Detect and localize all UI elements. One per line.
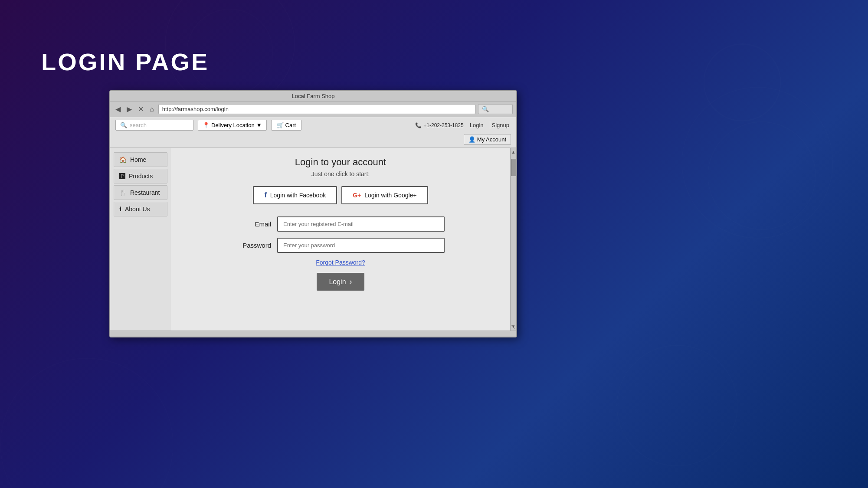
browser-window: Local Farm Shop ◀ ▶ ✕ ⌂ 🔍 search 📍 Deliv… bbox=[109, 90, 517, 337]
browser-titlebar: Local Farm Shop bbox=[110, 91, 516, 102]
email-input[interactable] bbox=[277, 216, 445, 232]
home-icon: 🏠 bbox=[119, 156, 127, 163]
location-icon: 📍 bbox=[203, 122, 210, 128]
password-input[interactable] bbox=[277, 238, 445, 253]
my-account-label: My Account bbox=[477, 136, 506, 143]
delivery-location-label: Delivery Location bbox=[211, 122, 255, 128]
sidebar-item-restaurant[interactable]: 🍴 Restaurant bbox=[114, 185, 167, 200]
browser-bottom-bar: ⋱ bbox=[110, 331, 516, 337]
phone-info: 📞 +1-202-253-1825 bbox=[415, 122, 463, 128]
login-link[interactable]: Login bbox=[468, 121, 485, 129]
account-icon: 👤 bbox=[468, 136, 475, 143]
content-area: 🏠 Home 🅿 Products 🍴 Restaurant ℹ About U… bbox=[110, 148, 516, 331]
google-icon: G+ bbox=[353, 192, 361, 199]
signup-link[interactable]: Signup bbox=[490, 121, 511, 129]
login-submit-label: Login bbox=[329, 278, 346, 286]
sidebar-item-aboutus[interactable]: ℹ About Us bbox=[114, 202, 167, 216]
main-layout: 🏠 Home 🅿 Products 🍴 Restaurant ℹ About U… bbox=[110, 148, 510, 331]
email-form-group: Email bbox=[236, 216, 445, 232]
cart-label: Cart bbox=[285, 122, 296, 128]
search-icon: 🔍 bbox=[120, 122, 127, 128]
sidebar-home-label: Home bbox=[130, 156, 146, 163]
facebook-login-label: Login with Facebook bbox=[270, 192, 326, 199]
sidebar-restaurant-label: Restaurant bbox=[130, 189, 160, 196]
address-bar[interactable] bbox=[158, 104, 475, 114]
navbar-top-row: 🔍 search 📍 Delivery Location ▼ 🛒 Cart 📞 … bbox=[115, 120, 511, 131]
sidebar-aboutus-label: About Us bbox=[125, 206, 150, 213]
phone-icon: 📞 bbox=[415, 122, 422, 128]
cart-icon: 🛒 bbox=[277, 122, 284, 128]
page-title: LOGIN PAGE bbox=[41, 48, 209, 76]
facebook-login-button[interactable]: f Login with Facebook bbox=[253, 186, 337, 204]
login-subheading: Just one click to start: bbox=[311, 170, 370, 177]
products-icon: 🅿 bbox=[119, 173, 125, 180]
password-label: Password bbox=[236, 242, 271, 249]
back-button[interactable]: ◀ bbox=[114, 104, 122, 114]
scrollbar-thumb[interactable] bbox=[511, 159, 516, 176]
facebook-icon: f bbox=[264, 191, 266, 199]
social-login-buttons: f Login with Facebook G+ Login with Goog… bbox=[253, 186, 428, 204]
stop-button[interactable]: ✕ bbox=[136, 104, 145, 114]
scroll-up-button[interactable]: ▲ bbox=[511, 150, 516, 154]
search-bar: 🔍 search bbox=[115, 120, 193, 131]
google-login-label: Login with Google+ bbox=[364, 192, 416, 199]
sidebar: 🏠 Home 🅿 Products 🍴 Restaurant ℹ About U… bbox=[110, 148, 171, 331]
login-heading: Login to your account bbox=[295, 157, 386, 168]
login-arrow-icon: › bbox=[350, 277, 352, 286]
sidebar-item-products[interactable]: 🅿 Products bbox=[114, 169, 167, 183]
resize-handle[interactable]: ⋱ bbox=[511, 324, 515, 330]
sidebar-item-home[interactable]: 🏠 Home bbox=[114, 152, 167, 167]
restaurant-icon: 🍴 bbox=[119, 189, 127, 196]
navbar-bottom-row: 👤 My Account bbox=[115, 132, 511, 145]
aboutus-icon: ℹ bbox=[119, 206, 121, 213]
google-login-button[interactable]: G+ Login with Google+ bbox=[341, 186, 428, 204]
email-label: Email bbox=[236, 220, 271, 228]
home-button[interactable]: ⌂ bbox=[148, 105, 156, 114]
forward-button[interactable]: ▶ bbox=[125, 104, 134, 114]
login-submit-button[interactable]: Login › bbox=[317, 273, 364, 291]
phone-number: +1-202-253-1825 bbox=[423, 122, 463, 128]
my-account-button[interactable]: 👤 My Account bbox=[464, 134, 511, 145]
browser-title: Local Farm Shop bbox=[292, 93, 335, 99]
password-form-group: Password bbox=[236, 238, 445, 253]
login-form-area: Login to your account Just one click to … bbox=[171, 148, 510, 331]
cart-button[interactable]: 🛒 Cart bbox=[271, 120, 302, 131]
browser-toolbar: ◀ ▶ ✕ ⌂ bbox=[110, 102, 516, 117]
right-scrollbar: ▲ ▼ bbox=[510, 148, 516, 331]
chevron-down-icon: ▼ bbox=[256, 122, 262, 128]
sidebar-products-label: Products bbox=[129, 173, 153, 180]
browser-search-input[interactable] bbox=[478, 104, 513, 114]
search-placeholder: search bbox=[130, 122, 147, 128]
delivery-location-button[interactable]: 📍 Delivery Location ▼ bbox=[198, 120, 267, 131]
forgot-password-link[interactable]: Forgot Password? bbox=[316, 259, 365, 266]
site-navbar: 🔍 search 📍 Delivery Location ▼ 🛒 Cart 📞 … bbox=[110, 117, 516, 148]
